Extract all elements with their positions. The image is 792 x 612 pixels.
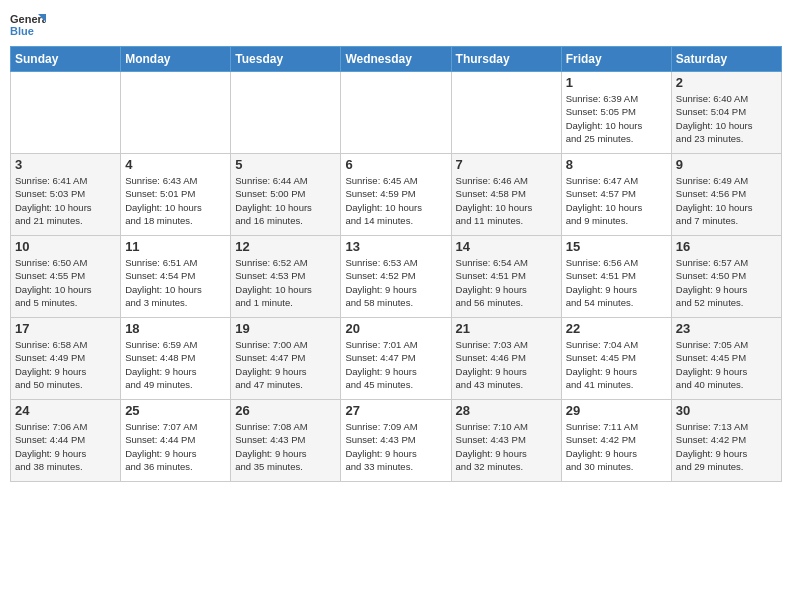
day-number: 28: [456, 403, 557, 418]
weekday-header: Sunday: [11, 47, 121, 72]
day-info: Sunrise: 6:40 AM Sunset: 5:04 PM Dayligh…: [676, 92, 777, 145]
calendar-cell: 1Sunrise: 6:39 AM Sunset: 5:05 PM Daylig…: [561, 72, 671, 154]
day-number: 4: [125, 157, 226, 172]
day-number: 20: [345, 321, 446, 336]
weekday-header: Friday: [561, 47, 671, 72]
page-header: General Blue: [10, 10, 782, 40]
day-info: Sunrise: 6:51 AM Sunset: 4:54 PM Dayligh…: [125, 256, 226, 309]
day-number: 27: [345, 403, 446, 418]
calendar-body: 1Sunrise: 6:39 AM Sunset: 5:05 PM Daylig…: [11, 72, 782, 482]
day-info: Sunrise: 7:04 AM Sunset: 4:45 PM Dayligh…: [566, 338, 667, 391]
calendar-cell: [341, 72, 451, 154]
calendar-cell: 21Sunrise: 7:03 AM Sunset: 4:46 PM Dayli…: [451, 318, 561, 400]
calendar-cell: 4Sunrise: 6:43 AM Sunset: 5:01 PM Daylig…: [121, 154, 231, 236]
logo: General Blue: [10, 10, 46, 40]
calendar-week-row: 17Sunrise: 6:58 AM Sunset: 4:49 PM Dayli…: [11, 318, 782, 400]
day-info: Sunrise: 6:47 AM Sunset: 4:57 PM Dayligh…: [566, 174, 667, 227]
weekday-header: Monday: [121, 47, 231, 72]
day-number: 29: [566, 403, 667, 418]
day-info: Sunrise: 6:58 AM Sunset: 4:49 PM Dayligh…: [15, 338, 116, 391]
calendar-table: SundayMondayTuesdayWednesdayThursdayFrid…: [10, 46, 782, 482]
calendar-cell: 25Sunrise: 7:07 AM Sunset: 4:44 PM Dayli…: [121, 400, 231, 482]
day-number: 2: [676, 75, 777, 90]
day-info: Sunrise: 6:59 AM Sunset: 4:48 PM Dayligh…: [125, 338, 226, 391]
calendar-header-row: SundayMondayTuesdayWednesdayThursdayFrid…: [11, 47, 782, 72]
calendar-cell: 17Sunrise: 6:58 AM Sunset: 4:49 PM Dayli…: [11, 318, 121, 400]
day-number: 18: [125, 321, 226, 336]
day-info: Sunrise: 7:01 AM Sunset: 4:47 PM Dayligh…: [345, 338, 446, 391]
calendar-week-row: 10Sunrise: 6:50 AM Sunset: 4:55 PM Dayli…: [11, 236, 782, 318]
day-number: 3: [15, 157, 116, 172]
weekday-header: Thursday: [451, 47, 561, 72]
calendar-cell: 2Sunrise: 6:40 AM Sunset: 5:04 PM Daylig…: [671, 72, 781, 154]
day-info: Sunrise: 7:11 AM Sunset: 4:42 PM Dayligh…: [566, 420, 667, 473]
day-number: 19: [235, 321, 336, 336]
day-number: 16: [676, 239, 777, 254]
day-info: Sunrise: 6:45 AM Sunset: 4:59 PM Dayligh…: [345, 174, 446, 227]
calendar-cell: 12Sunrise: 6:52 AM Sunset: 4:53 PM Dayli…: [231, 236, 341, 318]
calendar-cell: [231, 72, 341, 154]
calendar-cell: 13Sunrise: 6:53 AM Sunset: 4:52 PM Dayli…: [341, 236, 451, 318]
day-number: 8: [566, 157, 667, 172]
calendar-cell: 24Sunrise: 7:06 AM Sunset: 4:44 PM Dayli…: [11, 400, 121, 482]
calendar-cell: [11, 72, 121, 154]
calendar-week-row: 24Sunrise: 7:06 AM Sunset: 4:44 PM Dayli…: [11, 400, 782, 482]
day-number: 7: [456, 157, 557, 172]
calendar-cell: 27Sunrise: 7:09 AM Sunset: 4:43 PM Dayli…: [341, 400, 451, 482]
day-number: 11: [125, 239, 226, 254]
day-info: Sunrise: 7:07 AM Sunset: 4:44 PM Dayligh…: [125, 420, 226, 473]
day-info: Sunrise: 6:39 AM Sunset: 5:05 PM Dayligh…: [566, 92, 667, 145]
day-number: 13: [345, 239, 446, 254]
day-number: 1: [566, 75, 667, 90]
weekday-header: Tuesday: [231, 47, 341, 72]
calendar-cell: 19Sunrise: 7:00 AM Sunset: 4:47 PM Dayli…: [231, 318, 341, 400]
day-info: Sunrise: 6:49 AM Sunset: 4:56 PM Dayligh…: [676, 174, 777, 227]
calendar-cell: 16Sunrise: 6:57 AM Sunset: 4:50 PM Dayli…: [671, 236, 781, 318]
calendar-cell: [451, 72, 561, 154]
calendar-cell: 10Sunrise: 6:50 AM Sunset: 4:55 PM Dayli…: [11, 236, 121, 318]
calendar-cell: 23Sunrise: 7:05 AM Sunset: 4:45 PM Dayli…: [671, 318, 781, 400]
day-info: Sunrise: 7:05 AM Sunset: 4:45 PM Dayligh…: [676, 338, 777, 391]
calendar-cell: 11Sunrise: 6:51 AM Sunset: 4:54 PM Dayli…: [121, 236, 231, 318]
calendar-cell: 26Sunrise: 7:08 AM Sunset: 4:43 PM Dayli…: [231, 400, 341, 482]
day-number: 23: [676, 321, 777, 336]
calendar-week-row: 3Sunrise: 6:41 AM Sunset: 5:03 PM Daylig…: [11, 154, 782, 236]
calendar-cell: 28Sunrise: 7:10 AM Sunset: 4:43 PM Dayli…: [451, 400, 561, 482]
day-info: Sunrise: 7:13 AM Sunset: 4:42 PM Dayligh…: [676, 420, 777, 473]
day-number: 9: [676, 157, 777, 172]
day-info: Sunrise: 7:06 AM Sunset: 4:44 PM Dayligh…: [15, 420, 116, 473]
calendar-week-row: 1Sunrise: 6:39 AM Sunset: 5:05 PM Daylig…: [11, 72, 782, 154]
calendar-cell: 30Sunrise: 7:13 AM Sunset: 4:42 PM Dayli…: [671, 400, 781, 482]
day-number: 24: [15, 403, 116, 418]
day-info: Sunrise: 6:52 AM Sunset: 4:53 PM Dayligh…: [235, 256, 336, 309]
calendar-cell: 8Sunrise: 6:47 AM Sunset: 4:57 PM Daylig…: [561, 154, 671, 236]
calendar-cell: 6Sunrise: 6:45 AM Sunset: 4:59 PM Daylig…: [341, 154, 451, 236]
day-info: Sunrise: 6:54 AM Sunset: 4:51 PM Dayligh…: [456, 256, 557, 309]
day-number: 22: [566, 321, 667, 336]
day-number: 14: [456, 239, 557, 254]
day-info: Sunrise: 6:56 AM Sunset: 4:51 PM Dayligh…: [566, 256, 667, 309]
day-number: 10: [15, 239, 116, 254]
day-info: Sunrise: 7:00 AM Sunset: 4:47 PM Dayligh…: [235, 338, 336, 391]
day-info: Sunrise: 7:10 AM Sunset: 4:43 PM Dayligh…: [456, 420, 557, 473]
day-number: 5: [235, 157, 336, 172]
calendar-cell: 3Sunrise: 6:41 AM Sunset: 5:03 PM Daylig…: [11, 154, 121, 236]
calendar-cell: 18Sunrise: 6:59 AM Sunset: 4:48 PM Dayli…: [121, 318, 231, 400]
day-number: 6: [345, 157, 446, 172]
day-number: 30: [676, 403, 777, 418]
day-number: 17: [15, 321, 116, 336]
day-info: Sunrise: 6:53 AM Sunset: 4:52 PM Dayligh…: [345, 256, 446, 309]
weekday-header: Saturday: [671, 47, 781, 72]
day-number: 21: [456, 321, 557, 336]
day-info: Sunrise: 7:09 AM Sunset: 4:43 PM Dayligh…: [345, 420, 446, 473]
day-number: 12: [235, 239, 336, 254]
calendar-cell: 5Sunrise: 6:44 AM Sunset: 5:00 PM Daylig…: [231, 154, 341, 236]
logo-icon: General Blue: [10, 10, 46, 40]
svg-text:Blue: Blue: [10, 25, 34, 37]
calendar-cell: 22Sunrise: 7:04 AM Sunset: 4:45 PM Dayli…: [561, 318, 671, 400]
day-number: 25: [125, 403, 226, 418]
calendar-cell: 7Sunrise: 6:46 AM Sunset: 4:58 PM Daylig…: [451, 154, 561, 236]
day-info: Sunrise: 6:41 AM Sunset: 5:03 PM Dayligh…: [15, 174, 116, 227]
calendar-cell: [121, 72, 231, 154]
day-info: Sunrise: 6:43 AM Sunset: 5:01 PM Dayligh…: [125, 174, 226, 227]
